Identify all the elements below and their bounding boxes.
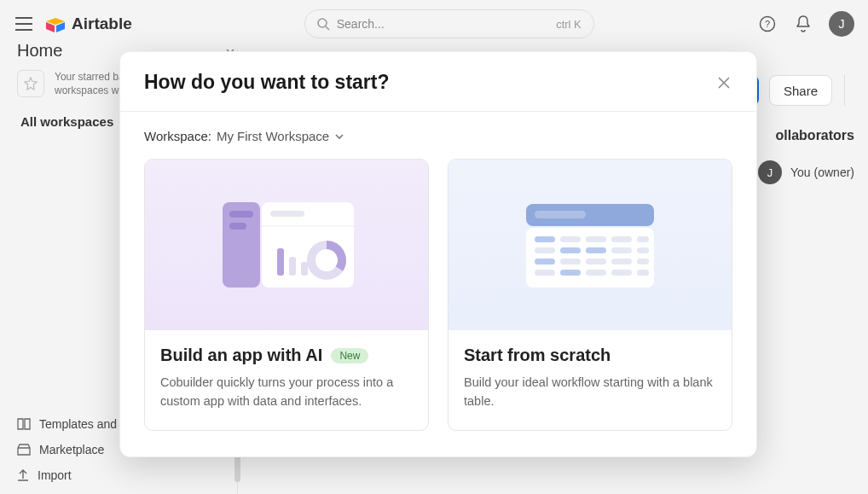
svg-rect-32 xyxy=(586,259,606,264)
svg-rect-36 xyxy=(560,270,581,276)
start-modal: How do you want to start? Workspace: My … xyxy=(119,51,757,457)
svg-rect-9 xyxy=(229,223,246,230)
card-build-ai[interactable]: Build an app with AI New Cobuilder quick… xyxy=(144,159,429,431)
svg-rect-33 xyxy=(611,259,632,264)
svg-rect-21 xyxy=(560,236,581,242)
workspace-label: Workspace: xyxy=(144,129,211,143)
svg-rect-31 xyxy=(560,259,581,264)
svg-rect-14 xyxy=(289,257,296,276)
svg-rect-29 xyxy=(637,247,649,253)
card-ai-desc: Cobuilder quickly turns your process int… xyxy=(160,374,413,411)
svg-rect-35 xyxy=(535,270,555,276)
svg-rect-28 xyxy=(611,247,632,253)
svg-rect-18 xyxy=(535,211,586,218)
svg-rect-11 xyxy=(270,211,304,217)
svg-rect-30 xyxy=(535,259,555,264)
svg-rect-13 xyxy=(277,248,284,276)
card-ai-illustration xyxy=(145,160,428,330)
svg-rect-37 xyxy=(586,270,606,276)
card-scratch[interactable]: Start from scratch Build your ideal work… xyxy=(448,159,732,431)
svg-rect-24 xyxy=(637,236,649,242)
workspace-selector[interactable]: Workspace: My First Workspace xyxy=(144,129,732,143)
svg-rect-27 xyxy=(586,247,606,253)
svg-rect-15 xyxy=(301,262,308,276)
svg-rect-38 xyxy=(611,270,632,276)
card-scratch-illustration xyxy=(448,160,732,330)
svg-rect-25 xyxy=(535,247,555,253)
card-ai-title: Build an app with AI xyxy=(160,346,322,365)
modal-title: How do you want to start? xyxy=(144,71,390,94)
card-scratch-desc: Build your ideal workflow starting with … xyxy=(464,374,716,411)
svg-rect-23 xyxy=(611,236,632,242)
svg-rect-26 xyxy=(560,247,581,253)
svg-rect-22 xyxy=(586,236,606,242)
svg-rect-39 xyxy=(637,270,649,276)
svg-rect-20 xyxy=(535,236,555,242)
card-scratch-title: Start from scratch xyxy=(464,346,610,365)
svg-rect-8 xyxy=(229,211,253,218)
chevron-down-icon xyxy=(334,131,344,142)
svg-rect-34 xyxy=(637,259,649,264)
close-icon[interactable] xyxy=(715,74,732,91)
new-badge: New xyxy=(331,348,368,363)
workspace-name: My First Workspace xyxy=(217,129,329,143)
